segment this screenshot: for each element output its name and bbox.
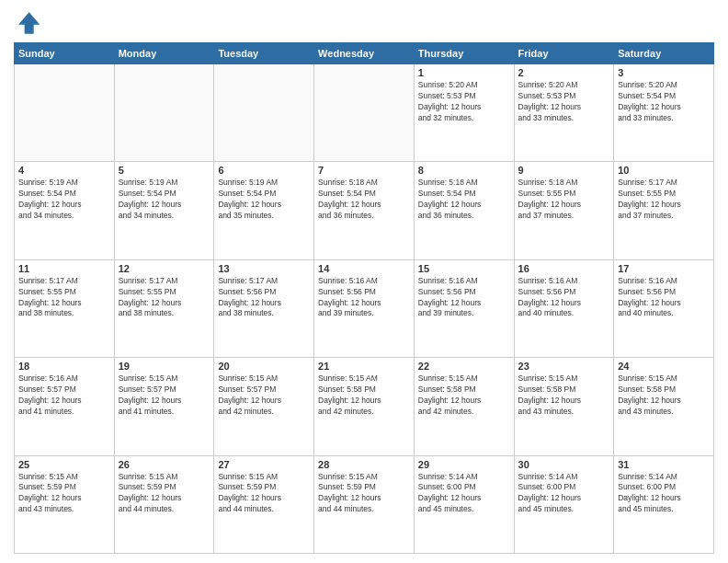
day-number: 6 — [218, 165, 310, 176]
day-number: 31 — [618, 459, 710, 470]
calendar-cell: 7Sunrise: 5:18 AM Sunset: 5:54 PM Daylig… — [314, 162, 415, 259]
day-number: 1 — [418, 67, 510, 78]
calendar-weekday-wednesday: Wednesday — [314, 43, 415, 64]
day-number: 22 — [418, 361, 510, 372]
day-number: 3 — [618, 67, 710, 78]
day-info: Sunrise: 5:20 AM Sunset: 5:54 PM Dayligh… — [618, 80, 710, 124]
day-number: 14 — [318, 263, 410, 274]
day-number: 13 — [218, 263, 310, 274]
day-info: Sunrise: 5:14 AM Sunset: 6:00 PM Dayligh… — [518, 472, 610, 516]
calendar-header-row: SundayMondayTuesdayWednesdayThursdayFrid… — [15, 43, 714, 64]
day-info: Sunrise: 5:15 AM Sunset: 5:58 PM Dayligh… — [518, 373, 610, 418]
day-info: Sunrise: 5:14 AM Sunset: 6:00 PM Dayligh… — [418, 472, 510, 516]
header — [14, 9, 714, 37]
day-number: 7 — [318, 165, 410, 176]
day-info: Sunrise: 5:17 AM Sunset: 5:56 PM Dayligh… — [218, 276, 310, 320]
calendar-week-5: 25Sunrise: 5:15 AM Sunset: 5:59 PM Dayli… — [15, 455, 714, 553]
day-info: Sunrise: 5:18 AM Sunset: 5:54 PM Dayligh… — [418, 178, 510, 222]
calendar-cell: 11Sunrise: 5:17 AM Sunset: 5:55 PM Dayli… — [15, 259, 115, 357]
day-info: Sunrise: 5:15 AM Sunset: 5:59 PM Dayligh… — [318, 472, 410, 516]
day-number: 21 — [318, 361, 410, 372]
page: SundayMondayTuesdayWednesdayThursdayFrid… — [0, 0, 728, 563]
calendar-week-4: 18Sunrise: 5:16 AM Sunset: 5:57 PM Dayli… — [15, 358, 714, 455]
calendar-cell: 15Sunrise: 5:16 AM Sunset: 5:56 PM Dayli… — [414, 259, 514, 357]
calendar-week-2: 4Sunrise: 5:19 AM Sunset: 5:54 PM Daylig… — [15, 162, 714, 259]
calendar-cell — [15, 64, 115, 162]
calendar-cell: 17Sunrise: 5:16 AM Sunset: 5:56 PM Dayli… — [614, 259, 714, 357]
calendar-weekday-sunday: Sunday — [15, 43, 115, 64]
calendar-table: SundayMondayTuesdayWednesdayThursdayFrid… — [14, 42, 714, 554]
day-number: 18 — [18, 361, 110, 372]
calendar-cell: 16Sunrise: 5:16 AM Sunset: 5:56 PM Dayli… — [514, 259, 614, 357]
calendar-cell: 13Sunrise: 5:17 AM Sunset: 5:56 PM Dayli… — [214, 259, 314, 357]
day-info: Sunrise: 5:17 AM Sunset: 5:55 PM Dayligh… — [618, 178, 710, 222]
calendar-week-1: 1Sunrise: 5:20 AM Sunset: 5:53 PM Daylig… — [15, 64, 714, 162]
day-info: Sunrise: 5:20 AM Sunset: 5:53 PM Dayligh… — [518, 80, 610, 124]
day-number: 24 — [618, 361, 710, 372]
calendar-cell: 6Sunrise: 5:19 AM Sunset: 5:54 PM Daylig… — [214, 162, 314, 259]
day-number: 12 — [119, 263, 210, 274]
day-info: Sunrise: 5:18 AM Sunset: 5:55 PM Dayligh… — [518, 178, 610, 222]
calendar-cell: 23Sunrise: 5:15 AM Sunset: 5:58 PM Dayli… — [514, 358, 614, 455]
day-info: Sunrise: 5:19 AM Sunset: 5:54 PM Dayligh… — [218, 178, 310, 222]
calendar-cell: 9Sunrise: 5:18 AM Sunset: 5:55 PM Daylig… — [514, 162, 614, 259]
calendar-cell — [314, 64, 415, 162]
day-info: Sunrise: 5:17 AM Sunset: 5:55 PM Dayligh… — [119, 276, 210, 320]
calendar-cell: 2Sunrise: 5:20 AM Sunset: 5:53 PM Daylig… — [514, 64, 614, 162]
calendar-cell: 1Sunrise: 5:20 AM Sunset: 5:53 PM Daylig… — [414, 64, 514, 162]
day-info: Sunrise: 5:16 AM Sunset: 5:56 PM Dayligh… — [618, 276, 710, 320]
day-number: 2 — [518, 67, 610, 78]
day-number: 17 — [618, 263, 710, 274]
calendar-cell: 10Sunrise: 5:17 AM Sunset: 5:55 PM Dayli… — [614, 162, 714, 259]
day-info: Sunrise: 5:16 AM Sunset: 5:56 PM Dayligh… — [518, 276, 610, 320]
day-info: Sunrise: 5:15 AM Sunset: 5:59 PM Dayligh… — [18, 472, 110, 516]
calendar-cell: 22Sunrise: 5:15 AM Sunset: 5:58 PM Dayli… — [414, 358, 514, 455]
day-number: 15 — [418, 263, 510, 274]
calendar-cell: 28Sunrise: 5:15 AM Sunset: 5:59 PM Dayli… — [314, 455, 415, 553]
day-info: Sunrise: 5:15 AM Sunset: 5:59 PM Dayligh… — [119, 472, 210, 516]
calendar-cell: 19Sunrise: 5:15 AM Sunset: 5:57 PM Dayli… — [114, 358, 214, 455]
calendar-cell: 18Sunrise: 5:16 AM Sunset: 5:57 PM Dayli… — [15, 358, 115, 455]
day-info: Sunrise: 5:16 AM Sunset: 5:57 PM Dayligh… — [18, 373, 110, 418]
calendar-cell: 24Sunrise: 5:15 AM Sunset: 5:58 PM Dayli… — [614, 358, 714, 455]
day-number: 25 — [18, 459, 110, 470]
day-number: 19 — [119, 361, 210, 372]
day-number: 23 — [518, 361, 610, 372]
day-info: Sunrise: 5:15 AM Sunset: 5:57 PM Dayligh… — [218, 373, 310, 418]
day-number: 26 — [119, 459, 210, 470]
day-info: Sunrise: 5:20 AM Sunset: 5:53 PM Dayligh… — [418, 80, 510, 124]
day-number: 8 — [418, 165, 510, 176]
day-info: Sunrise: 5:15 AM Sunset: 5:58 PM Dayligh… — [418, 373, 510, 418]
calendar-cell: 12Sunrise: 5:17 AM Sunset: 5:55 PM Dayli… — [114, 259, 214, 357]
logo-icon — [14, 9, 41, 37]
calendar-weekday-tuesday: Tuesday — [214, 43, 314, 64]
logo — [14, 9, 45, 37]
day-info: Sunrise: 5:14 AM Sunset: 6:00 PM Dayligh… — [618, 472, 710, 516]
day-number: 27 — [218, 459, 310, 470]
day-info: Sunrise: 5:15 AM Sunset: 5:57 PM Dayligh… — [119, 373, 210, 418]
day-info: Sunrise: 5:19 AM Sunset: 5:54 PM Dayligh… — [18, 178, 110, 222]
calendar-cell: 27Sunrise: 5:15 AM Sunset: 5:59 PM Dayli… — [214, 455, 314, 553]
calendar-weekday-monday: Monday — [114, 43, 214, 64]
day-number: 10 — [618, 165, 710, 176]
day-info: Sunrise: 5:15 AM Sunset: 5:59 PM Dayligh… — [218, 472, 310, 516]
calendar-cell — [114, 64, 214, 162]
day-info: Sunrise: 5:19 AM Sunset: 5:54 PM Dayligh… — [119, 178, 210, 222]
day-number: 20 — [218, 361, 310, 372]
day-info: Sunrise: 5:18 AM Sunset: 5:54 PM Dayligh… — [318, 178, 410, 222]
calendar-cell: 30Sunrise: 5:14 AM Sunset: 6:00 PM Dayli… — [514, 455, 614, 553]
day-number: 29 — [418, 459, 510, 470]
day-number: 11 — [18, 263, 110, 274]
calendar-cell: 26Sunrise: 5:15 AM Sunset: 5:59 PM Dayli… — [114, 455, 214, 553]
calendar-cell: 14Sunrise: 5:16 AM Sunset: 5:56 PM Dayli… — [314, 259, 415, 357]
svg-marker-0 — [18, 12, 40, 33]
day-info: Sunrise: 5:15 AM Sunset: 5:58 PM Dayligh… — [618, 373, 710, 418]
day-number: 28 — [318, 459, 410, 470]
calendar-weekday-saturday: Saturday — [614, 43, 714, 64]
calendar-cell: 20Sunrise: 5:15 AM Sunset: 5:57 PM Dayli… — [214, 358, 314, 455]
day-info: Sunrise: 5:16 AM Sunset: 5:56 PM Dayligh… — [318, 276, 410, 320]
calendar-cell: 8Sunrise: 5:18 AM Sunset: 5:54 PM Daylig… — [414, 162, 514, 259]
day-info: Sunrise: 5:17 AM Sunset: 5:55 PM Dayligh… — [18, 276, 110, 320]
calendar-cell: 29Sunrise: 5:14 AM Sunset: 6:00 PM Dayli… — [414, 455, 514, 553]
calendar-weekday-thursday: Thursday — [414, 43, 514, 64]
